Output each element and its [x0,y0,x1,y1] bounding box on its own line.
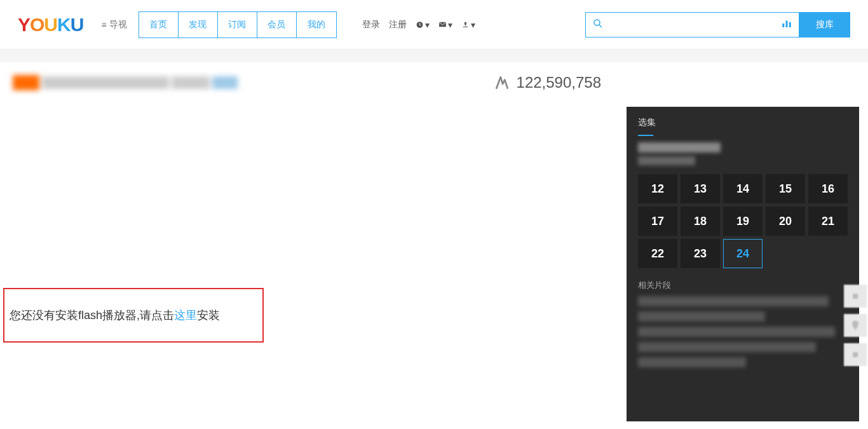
history-icon[interactable]: ▾ [416,18,430,32]
video-title-blurred [13,75,238,90]
header: YOUKU ≡ 导视 首页 发现 订阅 会员 我的 登录 注册 ▾ ▾ ▾ [0,0,868,50]
related-title: 相关片段 [627,268,859,296]
svg-rect-6 [786,20,788,27]
episode-grid: 12131415161718192021222324 [627,174,859,268]
flash-install-notice: 您还没有安装flash播放器,请点击 这里 安装 [3,288,264,343]
flash-text-suffix: 安装 [197,308,220,323]
right-rail: ■ ■ [844,285,867,366]
search-icon [592,18,604,32]
episode-22[interactable]: 22 [638,239,677,268]
related-list-blurred [627,296,859,367]
search-wrap: 搜库 [585,12,850,37]
episode-21[interactable]: 21 [808,207,848,236]
svg-rect-7 [789,22,791,27]
episode-15[interactable]: 15 [766,174,805,203]
episode-17[interactable]: 17 [638,207,677,236]
menu-icon: ≡ [101,20,106,30]
tab-member[interactable]: 会员 [257,12,297,37]
search-input[interactable] [609,20,781,30]
episode-18[interactable]: 18 [681,207,720,236]
episode-24[interactable]: 24 [723,239,763,268]
svg-rect-2 [463,26,468,27]
header-actions: 登录 注册 ▾ ▾ ▾ [362,18,475,32]
rail-icon-bulb[interactable] [844,314,867,337]
episode-subtitle-blurred [627,142,859,174]
episode-12[interactable]: 12 [638,174,677,203]
episode-23[interactable]: 23 [681,239,720,268]
tab-subscribe[interactable]: 订阅 [218,12,257,37]
nav-toggle[interactable]: ≡ 导视 [101,19,126,31]
svg-line-4 [599,25,602,27]
register-link[interactable]: 注册 [389,19,407,31]
upload-icon[interactable]: ▾ [461,18,475,32]
rail-icon-3[interactable]: ■ [844,343,867,366]
svg-point-3 [594,20,600,25]
video-title-bar: 122,590,758 [0,62,868,92]
mail-icon[interactable]: ▾ [438,18,452,32]
play-count-value: 122,590,758 [517,74,601,92]
search-button[interactable]: 搜库 [799,12,850,37]
episode-13[interactable]: 13 [681,174,720,203]
play-count: 122,590,758 [494,74,601,92]
nav-toggle-label: 导视 [109,19,127,31]
episode-14[interactable]: 14 [723,174,763,203]
flash-text-prefix: 您还没有安装flash播放器,请点击 [10,308,174,323]
nav-tabs: 首页 发现 订阅 会员 我的 [139,11,337,38]
search-box[interactable] [585,12,799,37]
main-content: 122,590,758 您还没有安装flash播放器,请点击 这里 安装 » 选… [0,62,868,429]
tab-home[interactable]: 首页 [139,12,179,37]
chart-icon[interactable] [781,18,792,32]
login-link[interactable]: 登录 [362,19,380,31]
episode-header: 选集 [627,107,859,142]
episode-19[interactable]: 19 [723,207,763,236]
episode-panel: » 选集 12131415161718192021222324 相关片段 [627,107,859,421]
rail-icon-1[interactable]: ■ [844,285,867,308]
tab-mine[interactable]: 我的 [297,12,336,37]
episode-20[interactable]: 20 [766,207,805,236]
episode-title: 选集 [638,117,656,127]
episode-16[interactable]: 16 [808,174,848,203]
svg-rect-1 [439,22,446,27]
youku-logo[interactable]: YOUKU [18,14,83,36]
play-count-icon [494,74,510,91]
svg-rect-5 [782,24,784,27]
tab-discover[interactable]: 发现 [179,12,218,37]
flash-install-link[interactable]: 这里 [174,308,197,323]
